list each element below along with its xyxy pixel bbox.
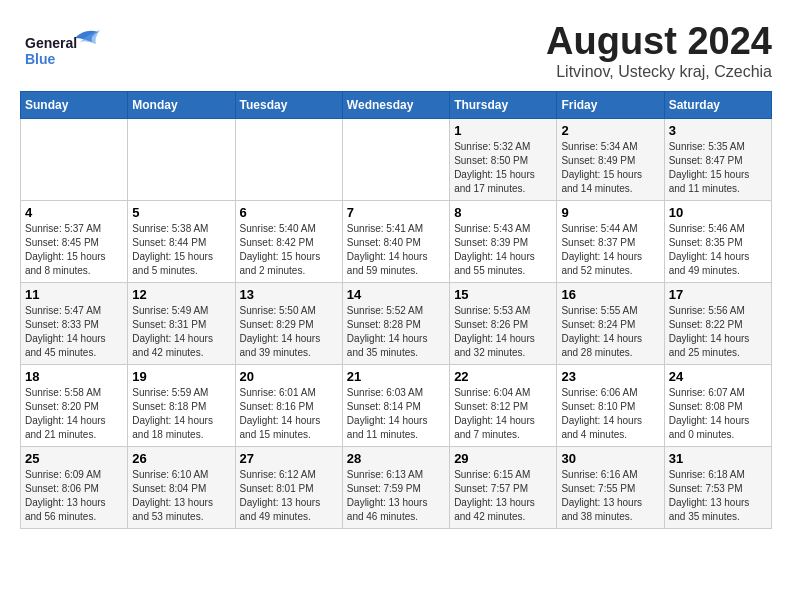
day-info: Sunrise: 6:04 AMSunset: 8:12 PMDaylight:… (454, 386, 552, 442)
day-info: Sunrise: 6:07 AMSunset: 8:08 PMDaylight:… (669, 386, 767, 442)
day-info: Sunrise: 5:53 AMSunset: 8:26 PMDaylight:… (454, 304, 552, 360)
calendar-cell: 1Sunrise: 5:32 AMSunset: 8:50 PMDaylight… (450, 119, 557, 201)
day-info: Sunrise: 5:59 AMSunset: 8:18 PMDaylight:… (132, 386, 230, 442)
day-info: Sunrise: 6:03 AMSunset: 8:14 PMDaylight:… (347, 386, 445, 442)
day-number: 22 (454, 369, 552, 384)
calendar-cell: 11Sunrise: 5:47 AMSunset: 8:33 PMDayligh… (21, 283, 128, 365)
calendar-cell: 15Sunrise: 5:53 AMSunset: 8:26 PMDayligh… (450, 283, 557, 365)
day-info: Sunrise: 6:06 AMSunset: 8:10 PMDaylight:… (561, 386, 659, 442)
svg-text:General: General (25, 35, 77, 51)
calendar-body: 1Sunrise: 5:32 AMSunset: 8:50 PMDaylight… (21, 119, 772, 529)
day-number: 14 (347, 287, 445, 302)
calendar-cell: 12Sunrise: 5:49 AMSunset: 8:31 PMDayligh… (128, 283, 235, 365)
day-info: Sunrise: 6:10 AMSunset: 8:04 PMDaylight:… (132, 468, 230, 524)
day-number: 25 (25, 451, 123, 466)
logo: General Blue (20, 20, 120, 70)
day-info: Sunrise: 5:35 AMSunset: 8:47 PMDaylight:… (669, 140, 767, 196)
day-info: Sunrise: 5:37 AMSunset: 8:45 PMDaylight:… (25, 222, 123, 278)
day-number: 18 (25, 369, 123, 384)
day-number: 2 (561, 123, 659, 138)
day-number: 21 (347, 369, 445, 384)
header-tuesday: Tuesday (235, 92, 342, 119)
calendar-cell: 3Sunrise: 5:35 AMSunset: 8:47 PMDaylight… (664, 119, 771, 201)
calendar-cell (21, 119, 128, 201)
calendar-cell: 23Sunrise: 6:06 AMSunset: 8:10 PMDayligh… (557, 365, 664, 447)
location-title: Litvinov, Ustecky kraj, Czechia (546, 63, 772, 81)
header-saturday: Saturday (664, 92, 771, 119)
day-info: Sunrise: 5:58 AMSunset: 8:20 PMDaylight:… (25, 386, 123, 442)
calendar-cell: 16Sunrise: 5:55 AMSunset: 8:24 PMDayligh… (557, 283, 664, 365)
calendar-week-4: 18Sunrise: 5:58 AMSunset: 8:20 PMDayligh… (21, 365, 772, 447)
day-info: Sunrise: 5:44 AMSunset: 8:37 PMDaylight:… (561, 222, 659, 278)
calendar-cell (235, 119, 342, 201)
day-info: Sunrise: 5:40 AMSunset: 8:42 PMDaylight:… (240, 222, 338, 278)
day-info: Sunrise: 5:49 AMSunset: 8:31 PMDaylight:… (132, 304, 230, 360)
day-info: Sunrise: 5:50 AMSunset: 8:29 PMDaylight:… (240, 304, 338, 360)
title-area: August 2024 Litvinov, Ustecky kraj, Czec… (546, 20, 772, 81)
day-number: 24 (669, 369, 767, 384)
day-info: Sunrise: 5:46 AMSunset: 8:35 PMDaylight:… (669, 222, 767, 278)
day-info: Sunrise: 6:15 AMSunset: 7:57 PMDaylight:… (454, 468, 552, 524)
day-info: Sunrise: 6:12 AMSunset: 8:01 PMDaylight:… (240, 468, 338, 524)
calendar-cell: 9Sunrise: 5:44 AMSunset: 8:37 PMDaylight… (557, 201, 664, 283)
day-info: Sunrise: 5:41 AMSunset: 8:40 PMDaylight:… (347, 222, 445, 278)
calendar-cell: 27Sunrise: 6:12 AMSunset: 8:01 PMDayligh… (235, 447, 342, 529)
svg-text:Blue: Blue (25, 51, 56, 67)
day-number: 31 (669, 451, 767, 466)
calendar-table: Sunday Monday Tuesday Wednesday Thursday… (20, 91, 772, 529)
calendar-cell: 2Sunrise: 5:34 AMSunset: 8:49 PMDaylight… (557, 119, 664, 201)
calendar-cell: 17Sunrise: 5:56 AMSunset: 8:22 PMDayligh… (664, 283, 771, 365)
calendar-cell: 26Sunrise: 6:10 AMSunset: 8:04 PMDayligh… (128, 447, 235, 529)
day-number: 7 (347, 205, 445, 220)
header-monday: Monday (128, 92, 235, 119)
calendar-cell (342, 119, 449, 201)
header-sunday: Sunday (21, 92, 128, 119)
calendar-cell: 30Sunrise: 6:16 AMSunset: 7:55 PMDayligh… (557, 447, 664, 529)
header-thursday: Thursday (450, 92, 557, 119)
day-number: 17 (669, 287, 767, 302)
day-info: Sunrise: 6:18 AMSunset: 7:53 PMDaylight:… (669, 468, 767, 524)
day-info: Sunrise: 6:01 AMSunset: 8:16 PMDaylight:… (240, 386, 338, 442)
calendar-cell: 10Sunrise: 5:46 AMSunset: 8:35 PMDayligh… (664, 201, 771, 283)
calendar-week-3: 11Sunrise: 5:47 AMSunset: 8:33 PMDayligh… (21, 283, 772, 365)
day-info: Sunrise: 6:13 AMSunset: 7:59 PMDaylight:… (347, 468, 445, 524)
calendar-cell: 21Sunrise: 6:03 AMSunset: 8:14 PMDayligh… (342, 365, 449, 447)
day-number: 10 (669, 205, 767, 220)
day-number: 20 (240, 369, 338, 384)
day-number: 23 (561, 369, 659, 384)
day-info: Sunrise: 5:38 AMSunset: 8:44 PMDaylight:… (132, 222, 230, 278)
logo-svg: General Blue (20, 20, 120, 70)
calendar-cell: 13Sunrise: 5:50 AMSunset: 8:29 PMDayligh… (235, 283, 342, 365)
day-number: 1 (454, 123, 552, 138)
day-number: 29 (454, 451, 552, 466)
day-info: Sunrise: 5:55 AMSunset: 8:24 PMDaylight:… (561, 304, 659, 360)
day-info: Sunrise: 5:56 AMSunset: 8:22 PMDaylight:… (669, 304, 767, 360)
day-info: Sunrise: 6:09 AMSunset: 8:06 PMDaylight:… (25, 468, 123, 524)
day-info: Sunrise: 5:43 AMSunset: 8:39 PMDaylight:… (454, 222, 552, 278)
day-info: Sunrise: 6:16 AMSunset: 7:55 PMDaylight:… (561, 468, 659, 524)
calendar-cell: 6Sunrise: 5:40 AMSunset: 8:42 PMDaylight… (235, 201, 342, 283)
day-number: 9 (561, 205, 659, 220)
header: General Blue August 2024 Litvinov, Ustec… (20, 20, 772, 81)
day-number: 15 (454, 287, 552, 302)
calendar-cell: 14Sunrise: 5:52 AMSunset: 8:28 PMDayligh… (342, 283, 449, 365)
calendar-week-5: 25Sunrise: 6:09 AMSunset: 8:06 PMDayligh… (21, 447, 772, 529)
day-number: 3 (669, 123, 767, 138)
calendar-week-1: 1Sunrise: 5:32 AMSunset: 8:50 PMDaylight… (21, 119, 772, 201)
calendar-cell: 25Sunrise: 6:09 AMSunset: 8:06 PMDayligh… (21, 447, 128, 529)
calendar-cell: 19Sunrise: 5:59 AMSunset: 8:18 PMDayligh… (128, 365, 235, 447)
day-info: Sunrise: 5:34 AMSunset: 8:49 PMDaylight:… (561, 140, 659, 196)
calendar-cell: 20Sunrise: 6:01 AMSunset: 8:16 PMDayligh… (235, 365, 342, 447)
day-number: 5 (132, 205, 230, 220)
day-info: Sunrise: 5:32 AMSunset: 8:50 PMDaylight:… (454, 140, 552, 196)
day-number: 28 (347, 451, 445, 466)
day-number: 16 (561, 287, 659, 302)
calendar-cell: 22Sunrise: 6:04 AMSunset: 8:12 PMDayligh… (450, 365, 557, 447)
calendar-cell: 4Sunrise: 5:37 AMSunset: 8:45 PMDaylight… (21, 201, 128, 283)
month-title: August 2024 (546, 20, 772, 63)
calendar-cell: 31Sunrise: 6:18 AMSunset: 7:53 PMDayligh… (664, 447, 771, 529)
day-number: 4 (25, 205, 123, 220)
day-number: 19 (132, 369, 230, 384)
header-wednesday: Wednesday (342, 92, 449, 119)
calendar-week-2: 4Sunrise: 5:37 AMSunset: 8:45 PMDaylight… (21, 201, 772, 283)
